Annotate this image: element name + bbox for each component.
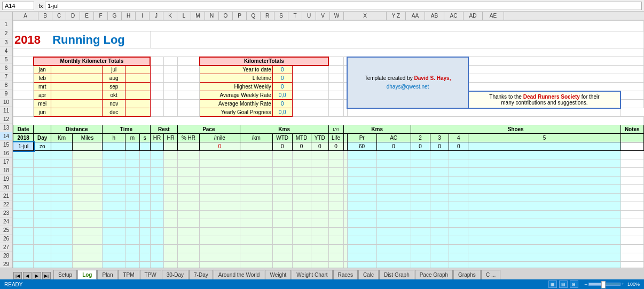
- r18-f[interactable]: [125, 176, 140, 185]
- r17-r[interactable]: [347, 168, 376, 176]
- table-row-17[interactable]: [13, 168, 644, 176]
- tab-setup[interactable]: Setup: [53, 270, 77, 279]
- cell-f14[interactable]: [125, 142, 140, 151]
- col-ab[interactable]: AB: [425, 12, 444, 20]
- col-m[interactable]: M: [191, 12, 205, 20]
- r16-a[interactable]: [13, 159, 34, 168]
- table-row-27[interactable]: [13, 253, 644, 262]
- r17-v[interactable]: [449, 168, 468, 176]
- r17-m[interactable]: [272, 168, 292, 176]
- col-w[interactable]: W: [330, 12, 344, 20]
- r18-n[interactable]: [292, 176, 311, 185]
- tab-calc[interactable]: Calc: [358, 270, 379, 279]
- r15-b[interactable]: [34, 151, 51, 159]
- r15-notes[interactable]: [621, 151, 643, 159]
- r17-h[interactable]: [150, 168, 164, 176]
- cell-o14[interactable]: 0: [311, 142, 328, 151]
- cell-p14[interactable]: 0: [328, 142, 343, 151]
- r15-r[interactable]: [347, 151, 376, 159]
- r16-b[interactable]: [34, 159, 51, 168]
- r17-f[interactable]: [125, 168, 140, 176]
- zoom-slider[interactable]: [601, 281, 606, 288]
- cell-m9-amr-val[interactable]: 0: [272, 100, 292, 108]
- cell-s14[interactable]: 0: [376, 142, 411, 151]
- r16-r[interactable]: [347, 159, 376, 168]
- r16-notes[interactable]: [621, 159, 643, 168]
- r17-w[interactable]: [468, 168, 621, 176]
- tab-graphs[interactable]: Graphs: [453, 270, 481, 279]
- r17-t[interactable]: [411, 168, 430, 176]
- table-row-19[interactable]: [13, 185, 644, 194]
- cell-e9-nov[interactable]: nov: [103, 100, 125, 108]
- r15-g[interactable]: [139, 151, 150, 159]
- table-row-22[interactable]: [13, 211, 644, 219]
- cell-e14[interactable]: [103, 142, 125, 151]
- cell-m10-ygp-val[interactable]: 0,0: [272, 108, 292, 117]
- col-n[interactable]: N: [205, 12, 219, 20]
- r16-f[interactable]: [125, 159, 140, 168]
- col-o[interactable]: O: [219, 12, 233, 20]
- cell-b10-jun[interactable]: jun: [34, 108, 51, 117]
- r17-l[interactable]: [240, 168, 272, 176]
- r17-a[interactable]: [13, 168, 34, 176]
- r18-c[interactable]: [51, 176, 73, 185]
- r16-h[interactable]: [150, 159, 164, 168]
- tab-last-btn[interactable]: ▶|: [42, 272, 51, 279]
- r15-l[interactable]: [240, 151, 272, 159]
- r17-p[interactable]: [328, 168, 343, 176]
- col-u[interactable]: U: [302, 12, 316, 20]
- name-box[interactable]: A14: [2, 2, 34, 10]
- col-ad[interactable]: AD: [464, 12, 483, 20]
- r17-c[interactable]: [51, 168, 73, 176]
- r16-v[interactable]: [449, 159, 468, 168]
- r18-e[interactable]: [103, 176, 125, 185]
- cell-m14[interactable]: 0: [272, 142, 292, 151]
- r18-d[interactable]: [72, 176, 102, 185]
- tab-dist-graph[interactable]: Dist Graph: [379, 270, 414, 279]
- tab-7day[interactable]: 7-Day: [189, 270, 213, 279]
- table-row-14[interactable]: 1-jul zo 0 0 0 0 0 6: [13, 142, 644, 151]
- col-s[interactable]: S: [274, 12, 288, 20]
- r18-k[interactable]: [200, 176, 240, 185]
- col-ae[interactable]: AE: [483, 12, 504, 20]
- cell-v14[interactable]: 0: [449, 142, 468, 151]
- cell-c9[interactable]: [51, 100, 103, 108]
- cell-c6[interactable]: [51, 74, 103, 83]
- r15-p[interactable]: [328, 151, 343, 159]
- view-normal-icon[interactable]: ▦: [548, 280, 557, 288]
- cell-a2[interactable]: 2018: [13, 31, 51, 49]
- col-b[interactable]: B: [38, 12, 52, 20]
- r18-o[interactable]: [311, 176, 328, 185]
- col-k[interactable]: K: [163, 12, 177, 20]
- cell-b2[interactable]: Running Log: [51, 31, 150, 49]
- tab-30day[interactable]: 30-Day: [162, 270, 189, 279]
- formula-input[interactable]: 1-jul: [45, 2, 642, 10]
- cell-a14-date[interactable]: 1-jul: [13, 142, 34, 151]
- col-yz[interactable]: Y Z: [387, 12, 406, 20]
- r15-c[interactable]: [51, 151, 73, 159]
- table-row-18[interactable]: [13, 176, 644, 185]
- r17-e[interactable]: [103, 168, 125, 176]
- cell-n14[interactable]: 0: [292, 142, 311, 151]
- table-row-25[interactable]: [13, 236, 644, 245]
- tab-c-more[interactable]: C ...: [481, 270, 500, 279]
- cell-e7-sep[interactable]: sep: [103, 83, 125, 91]
- r15-j[interactable]: [177, 151, 199, 159]
- col-d[interactable]: D: [66, 12, 80, 20]
- tab-races[interactable]: Races: [333, 270, 358, 279]
- cell-f9[interactable]: [125, 100, 150, 108]
- table-row-20[interactable]: [13, 194, 644, 202]
- r17-i[interactable]: [164, 168, 178, 176]
- r16-t[interactable]: [411, 159, 430, 168]
- r18-w[interactable]: [468, 176, 621, 185]
- cell-r14[interactable]: 60: [347, 142, 376, 151]
- r17-s[interactable]: [376, 168, 411, 176]
- r17-b[interactable]: [34, 168, 51, 176]
- col-h[interactable]: H: [122, 12, 136, 20]
- tab-weight-chart[interactable]: Weight Chart: [292, 270, 332, 279]
- cell-c8[interactable]: [51, 91, 103, 100]
- col-t[interactable]: T: [288, 12, 302, 20]
- cell-f10[interactable]: [125, 108, 150, 117]
- tab-around-the-world[interactable]: Around the World: [214, 270, 265, 279]
- cell-f5[interactable]: [125, 66, 150, 74]
